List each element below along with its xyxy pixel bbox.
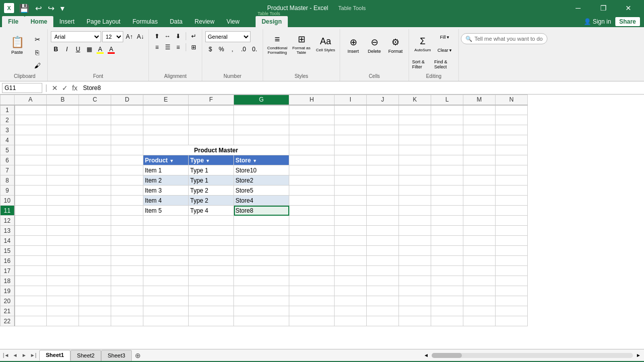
cell-I4[interactable] (335, 135, 367, 145)
cell-G13[interactable] (234, 226, 289, 236)
cell-H19[interactable] (289, 286, 335, 296)
confirm-formula-btn[interactable]: ✓ (60, 84, 69, 92)
currency-btn[interactable]: $ (205, 44, 215, 54)
cell-A19[interactable] (15, 286, 47, 296)
cell-A2[interactable] (15, 115, 47, 125)
cell-C2[interactable] (79, 115, 111, 125)
cell-G1[interactable] (234, 105, 289, 115)
fill-btn[interactable]: Fill ▾ (434, 31, 455, 43)
number-format-select[interactable]: General (205, 31, 251, 42)
cell-D2[interactable] (111, 115, 143, 125)
cell-C19[interactable] (79, 286, 111, 296)
clear-btn[interactable]: Clear ▾ (434, 44, 455, 56)
cell-M9[interactable] (463, 186, 496, 196)
cell-I11[interactable] (335, 206, 367, 216)
cell-I19[interactable] (335, 286, 367, 296)
cell-D14[interactable] (111, 236, 143, 246)
cell-G19[interactable] (234, 286, 289, 296)
merge-center-btn[interactable]: ⊞ (189, 42, 199, 52)
cell-H13[interactable] (289, 226, 335, 236)
cell-A10[interactable] (15, 196, 47, 206)
cell-D1[interactable] (111, 105, 143, 115)
cell-G20[interactable] (234, 296, 289, 306)
cell-D9[interactable] (111, 186, 143, 196)
cell-G18[interactable] (234, 276, 289, 286)
sort-filter-btn[interactable]: Sort & Filter (412, 58, 433, 70)
col-header-H[interactable]: H (289, 95, 335, 105)
cell-M15[interactable] (463, 246, 496, 256)
row-header-1[interactable]: 1 (1, 105, 15, 115)
row-header-2[interactable]: 2 (1, 115, 15, 125)
format-as-table-btn[interactable]: ⊞ Format as Table (290, 31, 312, 57)
cell-H10[interactable] (289, 196, 335, 206)
cell-E6[interactable]: Product ▼ (143, 155, 189, 165)
cell-J14[interactable] (367, 236, 399, 246)
cell-H17[interactable] (289, 266, 335, 276)
row-header-20[interactable]: 20 (1, 296, 15, 306)
cell-B13[interactable] (47, 226, 79, 236)
tell-me-input[interactable]: 🔍 Tell me what you want to do (461, 33, 547, 44)
sheet-nav-next[interactable]: ► (20, 351, 28, 359)
cell-M2[interactable] (463, 115, 496, 125)
row-header-10[interactable]: 10 (1, 196, 15, 206)
row-header-15[interactable]: 15 (1, 246, 15, 256)
cell-I9[interactable] (335, 186, 367, 196)
cell-M6[interactable] (463, 155, 496, 165)
cell-J1[interactable] (367, 105, 399, 115)
font-color-btn[interactable]: A (106, 44, 116, 54)
cell-L12[interactable] (431, 216, 463, 226)
cell-A21[interactable] (15, 306, 47, 316)
cell-I22[interactable] (335, 316, 367, 326)
increase-decimal-btn[interactable]: .0 (238, 44, 249, 54)
cell-B2[interactable] (47, 115, 79, 125)
cell-C11[interactable] (79, 206, 111, 216)
cell-I12[interactable] (335, 216, 367, 226)
cell-G9[interactable]: Store5 (234, 186, 289, 196)
cell-K15[interactable] (399, 246, 431, 256)
cell-F8[interactable]: Type 1 (189, 175, 234, 186)
decrease-decimal-btn[interactable]: 0. (250, 44, 260, 54)
cell-I7[interactable] (335, 165, 367, 175)
cell-G12[interactable] (234, 216, 289, 226)
cell-M16[interactable] (463, 256, 496, 266)
cell-C12[interactable] (79, 216, 111, 226)
cell-J9[interactable] (367, 186, 399, 196)
cell-J8[interactable] (367, 175, 399, 186)
cell-A15[interactable] (15, 246, 47, 256)
align-center-btn[interactable]: ☰ (163, 42, 173, 52)
cell-C17[interactable] (79, 266, 111, 276)
cell-B6[interactable] (47, 155, 79, 165)
col-header-G[interactable]: G (234, 95, 289, 105)
cell-C3[interactable] (79, 125, 111, 135)
cell-F14[interactable] (189, 236, 234, 246)
cell-I2[interactable] (335, 115, 367, 125)
cell-I21[interactable] (335, 306, 367, 316)
cell-J3[interactable] (367, 125, 399, 135)
redo-quick-btn[interactable]: ↪ (46, 3, 56, 14)
save-quick-btn[interactable]: 💾 (17, 3, 31, 14)
cell-M22[interactable] (463, 316, 496, 326)
fx-btn[interactable]: fx (70, 84, 79, 92)
cell-M5[interactable] (463, 145, 496, 155)
cell-A9[interactable] (15, 186, 47, 196)
cell-C18[interactable] (79, 276, 111, 286)
cell-L17[interactable] (431, 266, 463, 276)
sheet-nav-prev[interactable]: ◄ (11, 351, 19, 359)
paste-btn[interactable]: 📋 Paste (5, 31, 29, 59)
close-btn[interactable]: ✕ (617, 0, 640, 16)
cell-C4[interactable] (79, 135, 111, 145)
row-header-22[interactable]: 22 (1, 316, 15, 326)
cell-K12[interactable] (399, 216, 431, 226)
col-header-A[interactable]: A (15, 95, 47, 105)
cell-N21[interactable] (496, 306, 528, 316)
cell-C1[interactable] (79, 105, 111, 115)
cell-A22[interactable] (15, 316, 47, 326)
cell-D6[interactable] (111, 155, 143, 165)
cell-K14[interactable] (399, 236, 431, 246)
cell-N16[interactable] (496, 256, 528, 266)
cell-I14[interactable] (335, 236, 367, 246)
cell-M17[interactable] (463, 266, 496, 276)
increase-font-btn[interactable]: A↑ (124, 32, 134, 42)
cell-H20[interactable] (289, 296, 335, 306)
row-header-7[interactable]: 7 (1, 165, 15, 175)
